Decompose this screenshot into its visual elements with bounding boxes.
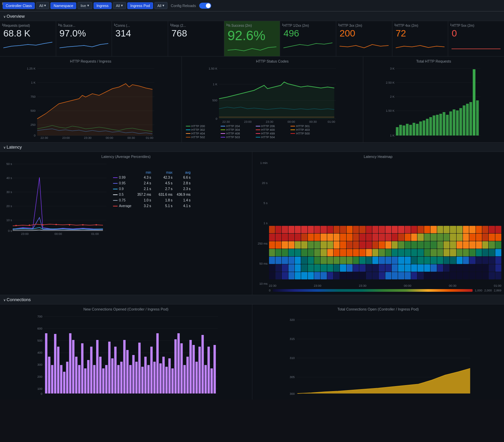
new-connections-panel: ℹ New Connections Opened (Controller / I… [0,304,252,400]
svg-rect-49 [413,123,415,136]
heatmap-cell [385,249,391,256]
svg-text:0 s: 0 s [8,229,12,233]
heatmap-cell [417,234,423,241]
connections-row: ℹ New Connections Opened (Controller / I… [0,304,504,400]
svg-rect-58 [443,112,446,136]
svg-text:22:30: 22:30 [40,136,48,139]
connections-section-header[interactable]: Connections [0,295,504,304]
ingress-pod-filter[interactable]: Ingress Pod [127,2,153,9]
svg-rect-61 [453,109,456,136]
heatmap-cell [288,241,294,249]
controller-class-value[interactable]: All ▾ [36,2,49,9]
svg-text:2 K: 2 K [390,95,395,98]
heatmap-cell [275,234,281,241]
svg-text:23:00: 23:00 [244,120,252,123]
heatmap-cell [417,272,423,279]
svg-rect-147 [165,367,168,393]
heatmap-cell [288,234,294,241]
svg-rect-63 [460,108,462,136]
svg-text:500: 500 [37,339,42,342]
svg-rect-138 [138,343,141,393]
heatmap-cell [495,257,501,264]
heatmap-cell [301,257,307,264]
svg-rect-144 [156,333,159,393]
svg-text:3 K: 3 K [390,67,395,70]
svg-text:1.50 K: 1.50 K [209,67,217,70]
heatmap-cell [392,234,398,241]
heatmap-cell [424,249,430,256]
svg-text:200: 200 [37,375,42,378]
heatmap-cell [450,241,456,249]
heatmap-cell [308,226,314,233]
stat-card-conns: ℹ Conns (... 314 [112,21,168,56]
overview-section-header[interactable]: Overview [0,11,504,21]
info-icon-5: ℹ [226,23,227,26]
svg-text:2.50 K: 2.50 K [386,81,394,84]
svg-rect-142 [150,347,153,393]
heatmap-cell [308,257,314,264]
heatmap-cell [398,234,404,241]
svg-rect-45 [399,125,402,136]
svg-rect-120 [84,368,87,393]
latency-section-header[interactable]: Latency [0,142,504,152]
heatmap-cell [405,249,411,256]
namespace-value[interactable]: live ▾ [78,2,92,9]
heatmap-cell [353,264,359,272]
svg-text:305: 305 [289,375,294,379]
ingress-filter[interactable]: Ingress [94,2,112,9]
heatmap-cell [405,226,411,233]
total-connections-panel: ℹ Total Connections Open (Controller / I… [252,304,504,400]
heatmap-cell [288,264,294,272]
config-reloads-toggle[interactable] [199,3,211,9]
heatmap-cell [417,257,423,264]
heatmap-cell [482,234,488,241]
heatmap-cell [334,249,340,256]
svg-text:00:00: 00:00 [106,136,113,139]
heatmap-cell [450,272,456,279]
heatmap-cell [340,234,346,241]
heatmap-cell [334,226,340,233]
heatmap-cell [495,272,501,279]
http-legend: HTTP 200 HTTP 204 HTTP 206 HTTP 301 HTTP… [184,124,361,140]
heatmap-cell [457,226,463,233]
heatmap-cell [379,272,385,279]
total-http-requests-panel: ℹ Total HTTP Requests 3 K 2.50 K 2 K 1.5… [363,57,504,142]
heatmap-cell [301,272,307,279]
svg-rect-130 [114,347,117,393]
heatmap-cell [424,226,430,233]
filter-bar: Controller Class All ▾ Namespace live ▾ … [0,0,504,11]
heatmap-cell [437,226,443,233]
svg-rect-149 [171,368,174,393]
svg-marker-174 [297,368,470,393]
svg-rect-50 [416,124,419,136]
heatmap-cell [334,234,340,241]
svg-rect-157 [196,362,198,393]
heatmap-cell [469,234,475,241]
namespace-filter[interactable]: Namespace [50,2,76,9]
heatmap-cell [301,249,307,256]
heatmap-cell [476,264,482,272]
ingress-pod-value[interactable]: All ▾ [154,2,167,9]
svg-rect-148 [168,358,171,393]
heatmap-cell [444,241,450,249]
ingress-value[interactable]: All ▾ [113,2,126,9]
controller-class-filter[interactable]: Controller Class [3,2,35,9]
svg-rect-110 [54,334,56,393]
heatmap-cell [457,264,463,272]
heatmap-cell [275,241,281,249]
heatmap-cell [282,249,288,256]
svg-text:00:00: 00:00 [54,232,62,236]
heatmap-cell [275,272,281,279]
svg-rect-158 [199,347,201,393]
svg-rect-67 [473,69,476,136]
svg-text:300: 300 [289,392,294,395]
svg-rect-116 [72,340,75,393]
heatmap-cell [321,226,327,233]
heatmap-cell [314,241,320,249]
heatmap-cell [359,226,365,233]
heatmap-cell [334,257,340,264]
heatmap-cell [359,241,365,249]
heatmap-cell [379,264,385,272]
heatmap-cell [372,257,378,264]
heatmap-cell [385,226,391,233]
